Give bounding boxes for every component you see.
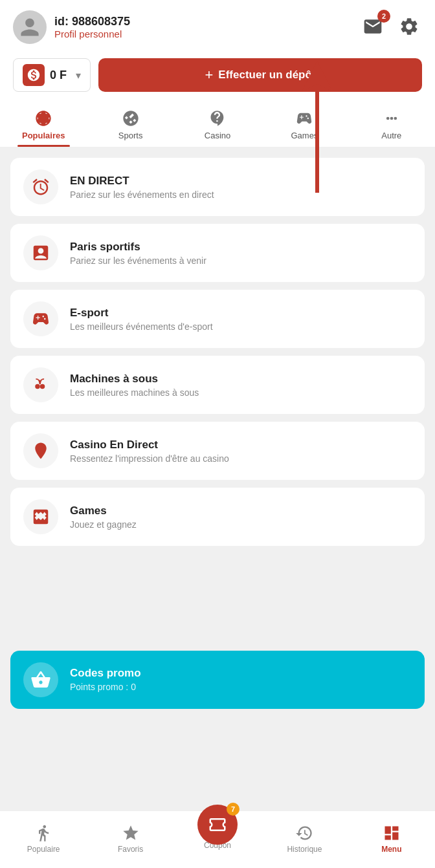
en-direct-icon: [23, 169, 58, 204]
svg-point-2: [390, 117, 393, 120]
plus-icon: +: [205, 67, 213, 83]
coupon-button[interactable]: 7: [197, 805, 238, 845]
en-direct-sub: Pariez sur les événements en direct: [70, 190, 214, 200]
tab-sports[interactable]: Sports: [87, 105, 173, 147]
tab-populaires[interactable]: Populaires: [0, 105, 87, 147]
settings-button[interactable]: [396, 14, 422, 41]
esport-icon: [23, 301, 58, 336]
bottom-nav: Populaire Favoris 7 Coupon Historique: [0, 810, 435, 868]
games-list-title: Games: [70, 505, 137, 517]
user-profile-link[interactable]: Profil personnel: [54, 28, 130, 39]
tab-autre[interactable]: Autre: [348, 105, 435, 147]
svg-point-1: [386, 117, 390, 120]
populaires-icon: [34, 109, 53, 128]
promo-text: Codes promo Points promo : 0: [70, 667, 141, 692]
bottom-nav-favoris-label: Favoris: [118, 845, 143, 854]
avatar: [13, 10, 47, 44]
tab-autre-label: Autre: [381, 131, 401, 140]
promo-subtitle: Points promo : 0: [70, 682, 141, 692]
deposit-label: Effectuer un dépôt: [218, 69, 315, 81]
casino-direct-title: Casino En Direct: [70, 439, 229, 451]
svg-point-5: [40, 384, 45, 389]
games-list-sub: Jouez et gagnez: [70, 519, 137, 530]
promo-title: Codes promo: [70, 667, 141, 680]
sports-icon: [121, 109, 140, 128]
en-direct-text: EN DIRECT Pariez sur les événements en d…: [70, 175, 214, 200]
svg-point-4: [35, 384, 40, 389]
games-list-icon: [23, 499, 58, 534]
casino-direct-text: Casino En Direct Ressentez l'impression …: [70, 439, 229, 464]
bottom-nav-populaire-label: Populaire: [27, 845, 60, 854]
casino-direct-sub: Ressentez l'impression d'être au casino: [70, 453, 229, 464]
bottom-nav-populaire[interactable]: Populaire: [0, 824, 87, 854]
tab-casino-label: Casino: [205, 131, 230, 140]
machines-sous-title: Machines à sous: [70, 373, 199, 385]
esport-text: E-sport Les meilleurs événements d'e-spo…: [70, 307, 213, 332]
games-list-text: Games Jouez et gagnez: [70, 505, 137, 530]
tab-games[interactable]: Games: [261, 105, 348, 147]
esport-title: E-sport: [70, 307, 213, 320]
bottom-nav-favoris[interactable]: Favoris: [87, 824, 173, 854]
mail-badge: 2: [377, 10, 390, 23]
list-item-machines-sous[interactable]: Machines à sous Les meilleures machines …: [10, 356, 425, 414]
deposit-button[interactable]: + Effectuer un dépôt: [98, 58, 422, 92]
machines-sous-icon: [23, 367, 58, 402]
promo-icon: [23, 662, 58, 697]
list-item-games[interactable]: Games Jouez et gagnez: [10, 488, 425, 546]
casino-direct-icon: [23, 433, 58, 468]
header-left: id: 988608375 Profil personnel: [13, 10, 130, 44]
autre-icon: [382, 109, 401, 128]
paris-sportifs-title: Paris sportifs: [70, 241, 206, 254]
machines-sous-text: Machines à sous Les meilleures machines …: [70, 373, 199, 398]
tab-games-label: Games: [291, 131, 318, 140]
tab-populaires-label: Populaires: [22, 131, 65, 140]
bottom-nav-historique-label: Historique: [287, 845, 322, 854]
list-item-en-direct[interactable]: EN DIRECT Pariez sur les événements en d…: [10, 158, 425, 216]
mail-icon-wrap[interactable]: 2: [360, 14, 386, 41]
header-right: 2: [360, 14, 422, 41]
user-info: id: 988608375 Profil personnel: [54, 15, 130, 39]
header: id: 988608375 Profil personnel 2: [0, 0, 435, 52]
en-direct-title: EN DIRECT: [70, 175, 214, 188]
paris-sportifs-text: Paris sportifs Pariez sur les événements…: [70, 241, 206, 266]
bottom-nav-coupon[interactable]: 7 Coupon: [174, 805, 261, 850]
games-icon: [295, 109, 314, 128]
tab-casino[interactable]: Casino: [174, 105, 261, 147]
casino-icon: [208, 109, 227, 128]
balance-value: 0 F: [50, 69, 71, 82]
bottom-nav-historique[interactable]: Historique: [261, 824, 348, 854]
bottom-nav-menu-label: Menu: [381, 845, 401, 854]
machines-sous-sub: Les meilleures machines à sous: [70, 387, 199, 398]
chevron-down-icon: ▾: [76, 69, 81, 81]
svg-point-3: [394, 117, 397, 120]
nav-tabs: Populaires Sports Casino: [0, 101, 435, 147]
esport-sub: Les meilleurs événements d'e-sport: [70, 321, 213, 332]
bottom-nav-menu[interactable]: Menu: [348, 824, 435, 854]
list-item-paris-sportifs[interactable]: Paris sportifs Pariez sur les événements…: [10, 224, 425, 282]
paris-sportifs-icon: [23, 235, 58, 270]
coupon-badge: 7: [227, 803, 240, 816]
list-item-esport[interactable]: E-sport Les meilleurs événements d'e-spo…: [10, 290, 425, 348]
paris-sportifs-sub: Pariez sur les événements à venir: [70, 255, 206, 266]
promo-banner[interactable]: Codes promo Points promo : 0: [10, 651, 425, 709]
balance-box[interactable]: 0 F ▾: [13, 58, 91, 92]
balance-bar: 0 F ▾ + Effectuer un dépôt: [0, 52, 435, 101]
list-item-casino-direct[interactable]: Casino En Direct Ressentez l'impression …: [10, 422, 425, 480]
user-id: id: 988608375: [54, 15, 130, 28]
tab-sports-label: Sports: [118, 131, 143, 140]
content-list: EN DIRECT Pariez sur les événements en d…: [0, 147, 435, 648]
balance-icon: [23, 64, 45, 86]
